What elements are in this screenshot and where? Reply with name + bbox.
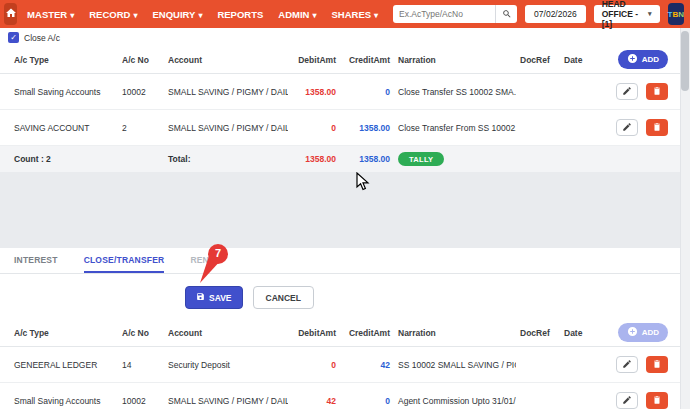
topbar: MASTER RECORD ENQUIRY REPORTS ADMIN SHAR… [0, 0, 690, 28]
cell-account: SMALL SAVING / PIGMY / DAIL... [164, 110, 288, 146]
cell-debit: 42 [288, 383, 340, 409]
close-ac-label: Close A/c [24, 33, 60, 43]
cell-credit: 42 [340, 347, 394, 383]
close-transfer-panel: INTEREST CLOSE/TRANSFER RENEW SAVE CANCE… [0, 248, 680, 409]
cell-ac-no: 10002 [118, 74, 164, 110]
cell-ac-no: 14 [118, 347, 164, 383]
delete-button[interactable] [646, 392, 668, 409]
col-narration: Narration [394, 319, 516, 347]
table-header-row: A/c Type A/c No Account DebitAmt CreditA… [0, 319, 680, 347]
plus-circle-icon [627, 326, 638, 339]
cell-docref [516, 74, 560, 110]
pencil-icon [622, 357, 632, 372]
cell-credit: 0 [340, 383, 394, 409]
search-icon [502, 7, 512, 22]
add-button: ADD [618, 323, 668, 342]
cell-narration: SS 10002 SMALL SAVING / PIG... [394, 347, 516, 383]
close-ac-checkbox-row: Close A/c [0, 28, 680, 46]
row-count: Count : 2 [0, 146, 118, 173]
trash-icon [652, 120, 662, 135]
form-actions: SAVE CANCEL [0, 274, 680, 319]
chevron-down-icon [70, 9, 74, 20]
cell-ac-no: 2 [118, 110, 164, 146]
pencil-icon [622, 393, 632, 408]
delete-button[interactable] [646, 83, 668, 100]
cancel-button[interactable]: CANCEL [253, 286, 314, 309]
delete-button[interactable] [646, 119, 668, 136]
cell-debit: 0 [288, 347, 340, 383]
menu-admin[interactable]: ADMIN [278, 9, 316, 20]
chevron-down-icon [133, 9, 137, 20]
col-account: Account [164, 319, 288, 347]
save-icon [196, 292, 205, 303]
cell-actions [598, 74, 680, 110]
menu-enquiry[interactable]: ENQUIRY [152, 9, 202, 20]
col-ac-type: A/c Type [0, 46, 118, 74]
add-button[interactable]: ADD [618, 50, 668, 69]
col-debitamt: DebitAmt [288, 319, 340, 347]
col-creditamt: CreditAmt [340, 46, 394, 74]
plus-circle-icon [627, 53, 638, 66]
main-menu: MASTER RECORD ENQUIRY REPORTS ADMIN SHAR… [27, 9, 393, 20]
tab-bar: INTEREST CLOSE/TRANSFER RENEW [0, 248, 680, 274]
total-label: Total: [164, 146, 288, 173]
edit-button[interactable] [616, 392, 638, 409]
cell-account: SMALL SAVING / PIGMY / DAIL... [164, 383, 288, 409]
save-button[interactable]: SAVE [185, 286, 243, 309]
tab-close-transfer[interactable]: CLOSE/TRANSFER [84, 248, 165, 273]
col-creditamt: CreditAmt [340, 319, 394, 347]
close-transactions-table: A/c Type A/c No Account DebitAmt CreditA… [0, 46, 680, 172]
cell-ac-type: Small Saving Accounts [0, 74, 118, 110]
pencil-icon [622, 84, 632, 99]
menu-master[interactable]: MASTER [27, 9, 74, 20]
col-actions: ADD [598, 46, 680, 74]
close-ac-panel: Close A/c A/c Type A/c No Account DebitA… [0, 28, 680, 172]
edit-button[interactable] [616, 83, 638, 100]
date-field[interactable]: 07/02/2026 [525, 5, 586, 23]
cell-ac-no: 10002 [118, 383, 164, 409]
office-select[interactable]: HEAD OFFICE -[1] ▾ [594, 5, 660, 23]
edit-button[interactable] [616, 119, 638, 136]
cell-docref [516, 110, 560, 146]
chevron-down-icon [374, 9, 378, 20]
total-credit: 1358.00 [340, 146, 394, 173]
cell-credit: 1358.00 [340, 110, 394, 146]
close-ac-checkbox[interactable] [8, 32, 19, 43]
col-account: Account [164, 46, 288, 74]
search-button[interactable] [495, 5, 517, 23]
menu-shares[interactable]: SHARES [331, 9, 378, 20]
col-ac-no: A/c No [118, 319, 164, 347]
chevron-down-icon [312, 9, 316, 20]
scrollbar-thumb[interactable] [681, 31, 689, 91]
transfer-entries-table: A/c Type A/c No Account DebitAmt CreditA… [0, 319, 680, 409]
total-debit: 1358.00 [288, 146, 340, 173]
edit-button[interactable] [616, 356, 638, 373]
home-button[interactable] [4, 3, 17, 25]
cell-narration: Close Transfer SS 10002 SMA... [394, 74, 516, 110]
search-input[interactable] [393, 5, 495, 23]
cell-narration: Close Transfer From SS 10002... [394, 110, 516, 146]
trash-icon [652, 393, 662, 408]
col-date: Date [560, 319, 598, 347]
cell-docref [516, 347, 560, 383]
col-ac-type: A/c Type [0, 319, 118, 347]
cell-ac-type: SAVING ACCOUNT [0, 110, 118, 146]
delete-button[interactable] [646, 356, 668, 373]
cell-docref [516, 383, 560, 409]
cell-actions [598, 347, 680, 383]
search-bar [393, 5, 517, 23]
cell-debit: 1358.00 [288, 74, 340, 110]
tab-renew[interactable]: RENEW [190, 248, 223, 273]
cell-account: Security Deposit [164, 347, 288, 383]
col-narration: Narration [394, 46, 516, 74]
menu-reports[interactable]: REPORTS [217, 9, 263, 20]
tally-badge: TALLY [398, 152, 444, 166]
menu-record[interactable]: RECORD [89, 9, 137, 20]
table-footer-row: Count : 2 Total: 1358.00 1358.00 TALLY [0, 146, 680, 173]
cell-debit: 0 [288, 110, 340, 146]
col-docref: DocRef [516, 319, 560, 347]
tab-interest[interactable]: INTEREST [14, 248, 58, 273]
chevron-down-icon [198, 9, 202, 20]
table-header-row: A/c Type A/c No Account DebitAmt CreditA… [0, 46, 680, 74]
vertical-scrollbar[interactable] [680, 28, 690, 409]
